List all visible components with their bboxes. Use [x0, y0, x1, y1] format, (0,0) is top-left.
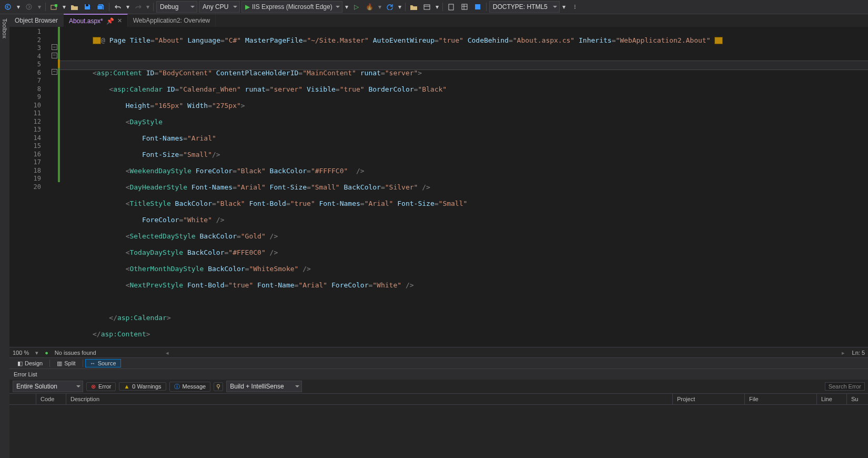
- doctype-combo[interactable]: DOCTYPE: HTML5: [489, 1, 560, 13]
- nav-back-dropdown[interactable]: ▾: [15, 2, 22, 12]
- redo-dropdown[interactable]: ▾: [145, 2, 150, 12]
- error-list-toolbar: Entire Solution ⊗Error ▲0 Warnings ⓘMess…: [9, 380, 868, 394]
- h-scroll-right-icon[interactable]: ▸: [842, 350, 845, 356]
- toolbox-panel[interactable]: Toolbox: [0, 14, 10, 458]
- view-source-button[interactable]: ↔ Source: [85, 359, 121, 367]
- svg-point-0: [5, 4, 11, 9]
- start-without-debug-button[interactable]: ▷: [351, 2, 362, 12]
- col-description[interactable]: Description: [66, 394, 673, 404]
- close-icon[interactable]: ✕: [117, 17, 122, 24]
- fold-gutter[interactable]: −−−: [51, 27, 58, 190]
- svg-point-1: [26, 4, 32, 9]
- manage-styles-button[interactable]: [459, 2, 470, 12]
- refresh-dropdown[interactable]: ▾: [397, 2, 402, 12]
- zoom-level[interactable]: 100 %: [13, 350, 29, 356]
- doc-outline-button[interactable]: [446, 2, 457, 12]
- undo-dropdown[interactable]: ▾: [125, 2, 130, 12]
- configuration-combo[interactable]: Debug: [156, 1, 197, 13]
- filter-icon: ⚲: [216, 383, 220, 390]
- clear-filter-button[interactable]: ⚲: [214, 382, 223, 391]
- nav-forward-button[interactable]: [23, 2, 35, 12]
- directive-end-icon: [714, 37, 723, 44]
- run-split-dropdown[interactable]: ▾: [344, 2, 349, 12]
- hot-reload-dropdown[interactable]: ▾: [377, 2, 382, 12]
- current-line-highlight: [60, 61, 868, 70]
- pin-icon[interactable]: 📌: [106, 17, 114, 25]
- hot-reload-button[interactable]: 🔥: [364, 2, 376, 12]
- svg-rect-6: [449, 4, 453, 10]
- tab-object-browser[interactable]: Object Browser: [9, 14, 64, 27]
- change-gutter: [58, 27, 60, 190]
- error-scope-combo[interactable]: Entire Solution: [13, 381, 83, 392]
- undo-button[interactable]: [112, 2, 124, 12]
- view-split-button[interactable]: ▥ Split: [52, 359, 80, 368]
- extensions-dropdown[interactable]: ▾: [435, 2, 440, 12]
- css-button[interactable]: [472, 2, 483, 12]
- col-suppression[interactable]: Su: [847, 394, 868, 404]
- messages-filter[interactable]: ⓘMessage: [169, 382, 211, 392]
- h-scroll-left-icon[interactable]: ◂: [166, 350, 169, 356]
- check-icon: ●: [45, 350, 48, 356]
- toolbar-overflow[interactable]: ⁝: [569, 2, 581, 12]
- editor-status-bar: 100 %▾ ●No issues found ◂ ▸ Ln: 5: [9, 347, 868, 358]
- line-gutter: 1234567891011121314151617181920: [9, 27, 51, 347]
- col-file[interactable]: File: [745, 394, 817, 404]
- save-button[interactable]: [82, 2, 93, 12]
- redo-button[interactable]: [132, 2, 144, 12]
- warning-icon: ▲: [124, 383, 129, 390]
- svg-rect-3: [55, 4, 57, 7]
- cursor-line: Ln: 5: [852, 350, 865, 356]
- directive-icon: [93, 37, 101, 44]
- document-tab-well: Object Browser About.aspx*📌✕ WebApplicat…: [9, 14, 868, 27]
- browser-link-button[interactable]: [408, 2, 420, 12]
- info-icon: ⓘ: [174, 383, 180, 391]
- toolbox-label: Toolbox: [2, 18, 8, 38]
- refresh-button[interactable]: [384, 2, 396, 12]
- col-line[interactable]: Line: [817, 394, 847, 404]
- save-all-button[interactable]: [95, 2, 106, 12]
- svg-rect-5: [424, 5, 430, 9]
- error-search-input[interactable]: Search Error: [825, 382, 865, 391]
- svg-rect-8: [475, 4, 480, 9]
- error-icon: ⊗: [91, 383, 96, 390]
- col-project[interactable]: Project: [673, 394, 745, 404]
- nav-back-button[interactable]: [2, 2, 14, 12]
- open-file-button[interactable]: [68, 2, 80, 12]
- tab-about-aspx[interactable]: About.aspx*📌✕: [64, 14, 128, 27]
- issues-text: No issues found: [55, 350, 96, 356]
- error-list-panel: Error List Entire Solution ⊗Error ▲0 War…: [9, 369, 868, 458]
- doctype-side-dropdown[interactable]: ▾: [561, 2, 567, 12]
- col-code[interactable]: Code: [36, 394, 66, 404]
- error-source-combo[interactable]: Build + IntelliSense: [226, 381, 302, 392]
- warnings-filter[interactable]: ▲0 Warnings: [119, 382, 166, 391]
- run-button[interactable]: ▶IIS Express (Microsoft Edge): [241, 1, 342, 13]
- new-project-dropdown[interactable]: ▾: [62, 2, 67, 12]
- platform-combo[interactable]: Any CPU: [199, 1, 240, 13]
- view-design-button[interactable]: ◧ Design: [13, 359, 47, 368]
- tab-overview[interactable]: WebApplication2: Overview: [128, 14, 216, 27]
- new-project-button[interactable]: [48, 2, 60, 12]
- code-editor[interactable]: 1234567891011121314151617181920 −−− @ Pa…: [9, 27, 868, 347]
- svg-rect-4: [86, 4, 88, 6]
- extensions-button[interactable]: [421, 2, 433, 12]
- main-toolbar: ▾ ▾ ▾ ▾ ▾ Debug Any CPU ▶IIS Express (Mi…: [0, 0, 868, 14]
- error-list-header: Code Description Project File Line Su: [9, 394, 868, 405]
- svg-rect-7: [462, 4, 467, 9]
- view-mode-bar: ◧ Design ▥ Split ↔ Source: [9, 357, 868, 369]
- code-content[interactable]: @ Page Title="About" Language="C#" Maste…: [51, 27, 868, 347]
- error-list-title[interactable]: Error List: [9, 369, 868, 380]
- errors-filter[interactable]: ⊗Error: [86, 382, 116, 391]
- nav-forward-dropdown[interactable]: ▾: [36, 2, 43, 12]
